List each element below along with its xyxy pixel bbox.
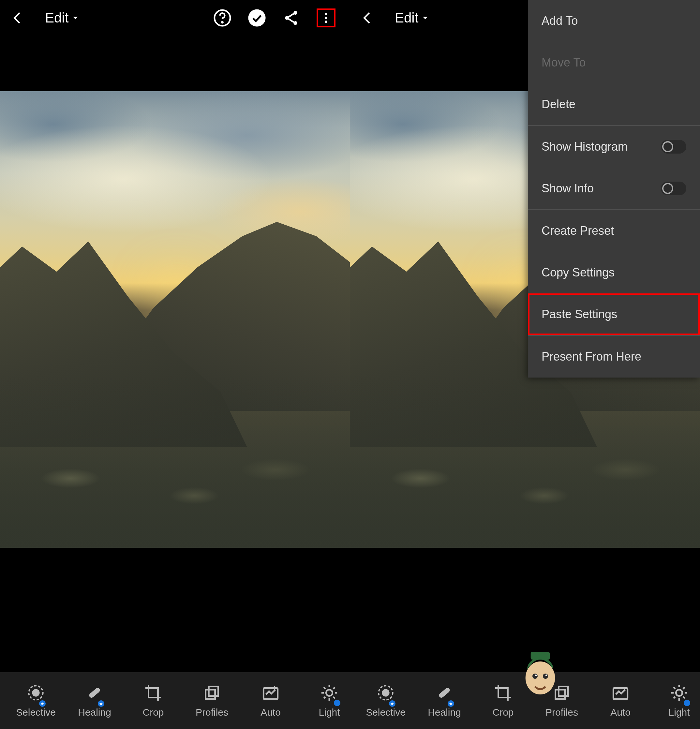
healing-icon xyxy=(435,683,454,702)
svg-rect-13 xyxy=(91,687,94,690)
arrow-left-icon xyxy=(360,10,375,26)
cloud-status-button[interactable] xyxy=(247,9,266,28)
tool-label: Light xyxy=(318,707,340,718)
menu-item-label: Show Histogram xyxy=(542,140,627,154)
tool-label: Profiles xyxy=(196,707,228,718)
premium-badge-icon xyxy=(448,700,454,707)
edit-mode-dropdown[interactable]: Edit xyxy=(45,10,79,26)
tool-auto[interactable]: Auto xyxy=(591,683,650,718)
auto-icon xyxy=(611,683,630,702)
crop-icon xyxy=(494,683,513,702)
premium-badge-icon xyxy=(98,700,105,707)
tool-label: Crop xyxy=(142,707,164,718)
svg-point-21 xyxy=(382,690,389,696)
svg-rect-23 xyxy=(556,690,565,699)
menu-present-from-here[interactable]: Present From Here xyxy=(528,336,700,378)
menu-delete[interactable]: Delete xyxy=(528,83,700,125)
tool-crop[interactable]: Crop xyxy=(124,683,183,718)
light-icon xyxy=(670,683,688,702)
caret-down-icon xyxy=(421,15,429,22)
menu-item-label: Copy Settings xyxy=(542,266,614,279)
menu-copy-settings[interactable]: Copy Settings xyxy=(528,252,700,293)
svg-rect-11 xyxy=(89,687,101,699)
profiles-icon xyxy=(552,683,571,702)
tool-selective[interactable]: Selective xyxy=(356,683,415,718)
tool-label: Auto xyxy=(610,707,630,718)
light-icon xyxy=(320,683,339,702)
tool-selective[interactable]: Selective xyxy=(7,683,65,718)
caret-down-icon xyxy=(72,15,79,22)
menu-item-label: Delete xyxy=(542,97,575,111)
svg-point-8 xyxy=(325,20,327,23)
selective-icon xyxy=(26,683,45,702)
more-options-menu: Add To Move To Delete Show Histogram Sho… xyxy=(528,0,700,378)
tool-label: Profiles xyxy=(546,707,578,718)
svg-rect-15 xyxy=(209,687,218,696)
tool-strip: Selective Healing Crop Profiles Auto Lig… xyxy=(0,672,350,729)
tool-label: Auto xyxy=(260,707,281,718)
menu-item-label: Create Preset xyxy=(542,224,614,238)
selective-icon xyxy=(376,683,395,702)
menu-show-histogram[interactable]: Show Histogram xyxy=(528,126,700,168)
menu-item-label: Paste Settings xyxy=(542,308,617,321)
help-button[interactable] xyxy=(213,9,232,28)
photo-foreground xyxy=(350,374,700,548)
tool-crop[interactable]: Crop xyxy=(474,683,532,718)
screen-left: Edit Selective Healin xyxy=(0,0,350,729)
tool-label: Selective xyxy=(16,707,56,718)
edit-mode-label: Edit xyxy=(45,10,68,26)
back-button[interactable] xyxy=(360,10,375,26)
profiles-icon xyxy=(202,683,221,702)
svg-point-26 xyxy=(676,690,682,696)
menu-item-label: Show Info xyxy=(542,182,594,195)
tool-light[interactable]: Light xyxy=(300,683,350,718)
tool-profiles[interactable]: Profiles xyxy=(183,683,241,718)
edit-indicator-icon xyxy=(684,700,690,706)
tool-light[interactable]: Light xyxy=(650,683,700,718)
back-button[interactable] xyxy=(10,10,25,26)
svg-point-7 xyxy=(325,17,327,19)
menu-show-info[interactable]: Show Info xyxy=(528,168,700,209)
edit-indicator-icon xyxy=(334,700,340,706)
tool-healing[interactable]: Healing xyxy=(415,683,474,718)
toggle-switch[interactable] xyxy=(661,140,686,154)
svg-rect-14 xyxy=(206,690,215,699)
share-icon xyxy=(282,9,301,28)
edit-mode-label: Edit xyxy=(395,10,418,26)
photo-canvas[interactable] xyxy=(0,91,350,548)
svg-point-10 xyxy=(33,690,39,696)
svg-rect-12 xyxy=(89,688,92,692)
premium-badge-icon xyxy=(389,700,395,707)
healing-icon xyxy=(85,683,104,702)
edit-mode-dropdown[interactable]: Edit xyxy=(395,10,429,26)
menu-item-label: Move To xyxy=(542,56,585,70)
more-options-button[interactable] xyxy=(317,9,335,28)
check-circle-icon xyxy=(247,9,266,28)
menu-create-preset[interactable]: Create Preset xyxy=(528,210,700,252)
menu-move-to: Move To xyxy=(528,42,700,83)
screen-right: Edit Add To Move To Delete Show Histogra… xyxy=(350,0,700,729)
menu-add-to[interactable]: Add To xyxy=(528,0,700,42)
premium-badge-icon xyxy=(39,700,46,707)
svg-point-1 xyxy=(222,22,223,23)
tool-label: Healing xyxy=(428,707,461,718)
toggle-switch[interactable] xyxy=(661,182,686,195)
svg-point-2 xyxy=(248,9,266,26)
tool-label: Light xyxy=(668,707,690,718)
svg-point-6 xyxy=(325,13,327,15)
share-button[interactable] xyxy=(282,9,301,28)
menu-paste-settings[interactable]: Paste Settings xyxy=(528,293,700,335)
arrow-left-icon xyxy=(10,10,25,26)
crop-icon xyxy=(144,683,163,702)
menu-item-label: Add To xyxy=(542,14,578,28)
tool-label: Healing xyxy=(78,707,111,718)
more-vertical-icon xyxy=(320,12,333,25)
svg-point-17 xyxy=(326,690,332,696)
tool-profiles[interactable]: Profiles xyxy=(532,683,591,718)
tool-healing[interactable]: Healing xyxy=(65,683,124,718)
svg-rect-22 xyxy=(438,687,451,699)
tool-auto[interactable]: Auto xyxy=(241,683,300,718)
auto-icon xyxy=(261,683,280,702)
svg-rect-24 xyxy=(559,687,568,696)
photo-foreground xyxy=(0,374,350,548)
